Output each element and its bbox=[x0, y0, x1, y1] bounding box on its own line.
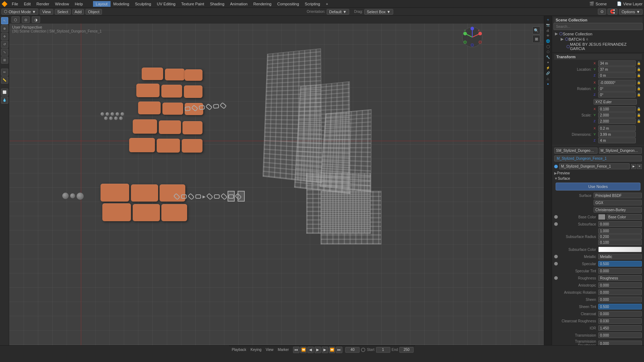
rotation-z-lock[interactable]: 🔒 bbox=[637, 93, 642, 96]
tab-modeling[interactable]: Modeling bbox=[111, 1, 132, 7]
location-x-val[interactable]: 34 m bbox=[598, 60, 636, 66]
tab-animation[interactable]: Animation bbox=[227, 1, 250, 7]
tool-move[interactable]: ✛ bbox=[1, 33, 8, 40]
end-frame-input[interactable]: 250 bbox=[399, 347, 414, 353]
add-menu[interactable]: Add bbox=[72, 9, 84, 15]
next-frame-btn[interactable]: ⏩ bbox=[329, 347, 335, 353]
scale-z-lock[interactable]: 🔒 bbox=[637, 119, 642, 123]
scale-x-lock[interactable]: 🔒 bbox=[637, 107, 642, 111]
tool-eyedropper[interactable]: 💧 bbox=[1, 96, 8, 104]
base-color-swatch[interactable] bbox=[598, 214, 605, 220]
viewport-mode-btn[interactable]: ⬡ bbox=[11, 16, 20, 23]
location-y-val[interactable]: 37 m bbox=[598, 66, 636, 72]
sheen-val[interactable]: 0.000 bbox=[598, 297, 642, 302]
rotation-x-lock[interactable]: 🔒 bbox=[637, 81, 642, 84]
location-z-val[interactable]: 0 m bbox=[598, 73, 636, 78]
clearcoat-roughness-val[interactable]: 0.030 bbox=[598, 318, 642, 324]
scale-y-val[interactable]: 2.000 bbox=[598, 112, 636, 118]
shader-browse-btn[interactable]: ▶ bbox=[631, 164, 636, 169]
options-button[interactable]: Options ▼ bbox=[619, 9, 643, 15]
anisotropic-val[interactable]: 0.000 bbox=[598, 282, 642, 288]
jump-end-btn[interactable]: ⏭ bbox=[336, 347, 342, 353]
anisotropic-rotation-val[interactable]: 0.000 bbox=[598, 289, 642, 295]
subsurface-r1[interactable]: 1.000 bbox=[598, 228, 642, 234]
rotation-x-val[interactable]: -0.00000° bbox=[598, 80, 636, 85]
keying-menu[interactable]: Keying bbox=[249, 348, 263, 352]
menu-edit[interactable]: Edit bbox=[21, 1, 34, 7]
prop-tab-rendersettings[interactable]: 📷 bbox=[546, 23, 551, 28]
view-menu[interactable]: View bbox=[40, 9, 53, 15]
marker-menu[interactable]: Marker bbox=[276, 348, 290, 352]
transmission-val[interactable]: 0.000 bbox=[598, 332, 642, 338]
rotation-y-lock[interactable]: 🔒 bbox=[637, 87, 642, 90]
rotation-y-val[interactable]: 0° bbox=[598, 86, 636, 91]
scale-x-val[interactable]: 0.100 bbox=[598, 106, 636, 112]
tab-uv-editing[interactable]: UV Editing bbox=[154, 1, 178, 7]
scale-y-lock[interactable]: 🔒 bbox=[637, 113, 642, 117]
3d-viewport[interactable]: ⬡ ⊙ ◑ User Perspective (36) Scene Collec… bbox=[9, 16, 544, 345]
scale-z-val[interactable]: 2.000 bbox=[598, 118, 636, 124]
outliner-made-by[interactable]: ⬡ MADE BY JESUS FERNANDEZ GARCIA bbox=[553, 42, 643, 51]
view-menu2[interactable]: View bbox=[264, 348, 275, 352]
menu-file[interactable]: File bbox=[9, 1, 21, 7]
metallic-selector[interactable]: Metallic bbox=[598, 254, 642, 259]
prev-frame-btn[interactable]: ⏪ bbox=[300, 347, 307, 353]
material-slot[interactable]: M_Stylized_Dungeon_Fence_1 bbox=[554, 155, 642, 162]
subsurface-val[interactable]: 0.000 bbox=[598, 221, 642, 227]
prop-tab-constraints[interactable]: 🔗 bbox=[546, 71, 551, 76]
current-frame-input[interactable]: 40 bbox=[345, 347, 360, 353]
tool-scale[interactable]: ⤡ bbox=[1, 49, 8, 56]
clearcoat-val[interactable]: 0.000 bbox=[598, 311, 642, 317]
tool-annotate[interactable]: ✏ bbox=[1, 69, 8, 76]
playback-menu[interactable]: Playback bbox=[230, 348, 248, 352]
tab-texture-paint[interactable]: Texture Paint bbox=[178, 1, 207, 7]
outliner-search[interactable] bbox=[553, 23, 643, 30]
zoom-fit-btn[interactable]: ⊞ bbox=[532, 35, 540, 43]
dim-z-val[interactable]: 4 m bbox=[598, 138, 636, 143]
tab-sculpting[interactable]: Sculpting bbox=[132, 1, 154, 7]
rotation-z-val[interactable]: 0° bbox=[598, 92, 636, 98]
tab-rendering[interactable]: Rendering bbox=[250, 1, 274, 7]
tool-measure[interactable]: 📏 bbox=[1, 76, 8, 84]
tool-cursor[interactable]: ⊕ bbox=[1, 25, 8, 32]
prev-keyframe-btn[interactable]: ◀ bbox=[307, 347, 314, 353]
menu-help[interactable]: Help bbox=[72, 1, 86, 7]
use-nodes-button[interactable]: Use Nodes bbox=[556, 183, 640, 190]
shader-name-display[interactable]: M_Stylized_Dungeon_Fence_1 bbox=[559, 163, 630, 169]
outliner-scene-collection[interactable]: ▶ ⬡ Scene Collection bbox=[553, 31, 643, 36]
navigation-gizmo[interactable]: X Y Z bbox=[462, 26, 483, 48]
location-x-lock[interactable]: 🔒 bbox=[637, 61, 642, 65]
prop-tab-scene2[interactable]: 🌐 bbox=[546, 39, 551, 44]
jump-start-btn[interactable]: ⏮ bbox=[293, 347, 299, 353]
shader-x-btn[interactable]: ✕ bbox=[637, 164, 642, 169]
preview-toggle[interactable]: ▶ Preview bbox=[554, 170, 642, 176]
zoom-in-btn[interactable]: 🔍 bbox=[532, 26, 540, 34]
transmission-roughness-val[interactable]: 0.000 bbox=[598, 341, 642, 345]
surface-type-selector[interactable]: Principled BSDF bbox=[594, 193, 642, 198]
prop-tab-output[interactable]: 🖨 bbox=[546, 28, 551, 33]
prop-tab-particles[interactable]: ✦ bbox=[546, 60, 551, 65]
tab-compositing[interactable]: Compositing bbox=[274, 1, 302, 7]
base-color-selector[interactable]: Base Color bbox=[606, 214, 642, 220]
dim-y-val[interactable]: 3.99 m bbox=[598, 132, 636, 137]
orientation-selector[interactable]: Default ▼ bbox=[327, 9, 349, 15]
tab-layout[interactable]: Layout bbox=[93, 1, 111, 7]
play-btn[interactable]: ▶ bbox=[314, 347, 321, 353]
tab-scripting[interactable]: Scripting bbox=[302, 1, 323, 7]
dim-x-val[interactable]: 0.2 m bbox=[598, 125, 636, 131]
transform-options[interactable]: ⊙ bbox=[598, 9, 606, 15]
sheen-tint-val[interactable]: 0.500 bbox=[598, 304, 642, 309]
next-keyframe-btn[interactable]: ▶ bbox=[322, 347, 328, 353]
tab-plus[interactable]: + bbox=[323, 1, 331, 7]
specular-tint-val[interactable]: 0.000 bbox=[598, 268, 642, 274]
prop-tab-scene[interactable]: ⎆ bbox=[546, 17, 551, 22]
prop-tab-view[interactable]: 👁 bbox=[546, 33, 551, 38]
tool-rotate[interactable]: ↺ bbox=[1, 41, 8, 48]
prop-tab-physics[interactable]: ⚡ bbox=[546, 65, 551, 70]
rotation-mode-selector[interactable]: XYZ Euler bbox=[594, 99, 637, 105]
select-menu[interactable]: Select bbox=[55, 9, 71, 15]
prop-tab-modifier[interactable]: 🔧 bbox=[546, 55, 551, 60]
prop-tab-data[interactable]: △ bbox=[546, 76, 551, 81]
tool-add-cube[interactable]: ⬜ bbox=[1, 89, 8, 96]
tool-transform[interactable]: ⊞ bbox=[1, 56, 8, 64]
